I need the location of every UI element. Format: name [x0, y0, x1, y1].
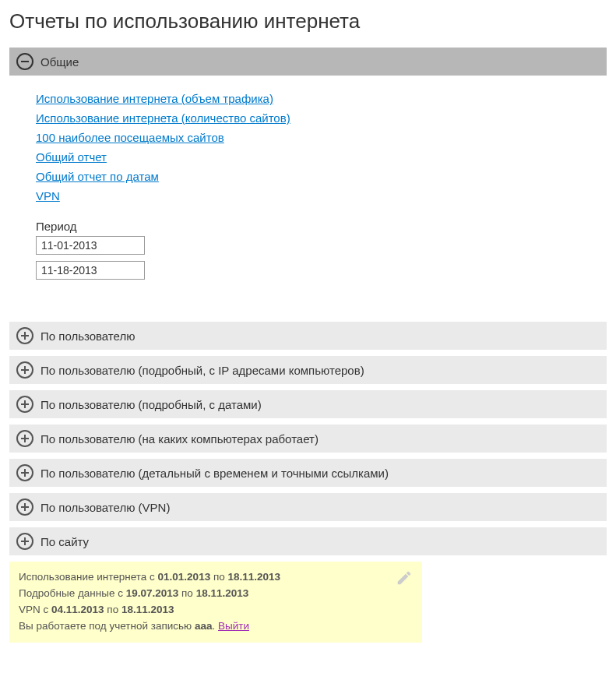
pencil-icon[interactable] — [396, 569, 413, 592]
info-line-details: Подробные данные с 19.07.2013 по 18.11.2… — [19, 586, 413, 602]
plus-circle-icon — [16, 395, 34, 414]
section-header-by-user-ip[interactable]: По пользователю (подробный, с IP адресам… — [9, 356, 607, 384]
info-line-account: Вы работаете под учетной записью aaa. Вы… — [19, 618, 413, 635]
plus-circle-icon — [16, 429, 34, 448]
section-body-general: Использование интернета (объем трафика) … — [9, 79, 607, 301]
section-title: По пользователю (на каких компьютерах ра… — [40, 432, 319, 446]
section-title: Общие — [40, 55, 79, 69]
period-label: Период — [36, 220, 607, 233]
link-vpn[interactable]: VPN — [36, 187, 607, 206]
section-title: По пользователю (подробный, с IP адресам… — [40, 364, 364, 377]
link-site-count[interactable]: Использование интернета (количество сайт… — [36, 109, 607, 128]
section-header-general[interactable]: Общие — [9, 48, 607, 76]
section-title: По пользователю (детальный с временем и … — [40, 467, 389, 480]
report-link-list: Использование интернета (объем трафика) … — [36, 90, 607, 206]
page-title: Отчеты по использованию интернета — [9, 9, 607, 33]
section-header-by-user[interactable]: По пользователю — [9, 322, 607, 350]
info-line-usage: Использование интернета с 01.01.2013 по … — [19, 569, 413, 586]
section-header-by-user-detailed[interactable]: По пользователю (детальный с временем и … — [9, 459, 607, 487]
link-general-report-by-date[interactable]: Общий отчет по датам — [36, 167, 607, 186]
section-title: По сайту — [40, 535, 89, 548]
section-title: По пользователю (VPN) — [40, 501, 170, 514]
section-header-by-site[interactable]: По сайту — [9, 527, 607, 555]
info-box: Использование интернета с 01.01.2013 по … — [9, 562, 422, 643]
plus-circle-icon — [16, 498, 34, 516]
section-title: По пользователю — [40, 329, 135, 343]
date-to-input[interactable] — [36, 261, 145, 280]
date-from-input[interactable] — [36, 236, 145, 255]
minus-circle-icon — [16, 52, 34, 71]
section-header-by-user-computers[interactable]: По пользователю (на каких компьютерах ра… — [9, 425, 607, 453]
link-general-report[interactable]: Общий отчет — [36, 148, 607, 167]
link-top-100-sites[interactable]: 100 наиболее посещаемых сайтов — [36, 129, 607, 147]
plus-circle-icon — [16, 463, 34, 482]
plus-circle-icon — [16, 361, 34, 379]
section-title: По пользователю (подробный, с датами) — [40, 398, 262, 411]
logout-link[interactable]: Выйти — [218, 620, 249, 632]
section-header-by-user-dates[interactable]: По пользователю (подробный, с датами) — [9, 390, 607, 418]
link-traffic-volume[interactable]: Использование интернета (объем трафика) — [36, 90, 607, 108]
section-header-by-user-vpn[interactable]: По пользователю (VPN) — [9, 493, 607, 521]
info-line-vpn: VPN с 04.11.2013 по 18.11.2013 — [19, 602, 413, 618]
plus-circle-icon — [16, 326, 34, 345]
plus-circle-icon — [16, 532, 34, 551]
